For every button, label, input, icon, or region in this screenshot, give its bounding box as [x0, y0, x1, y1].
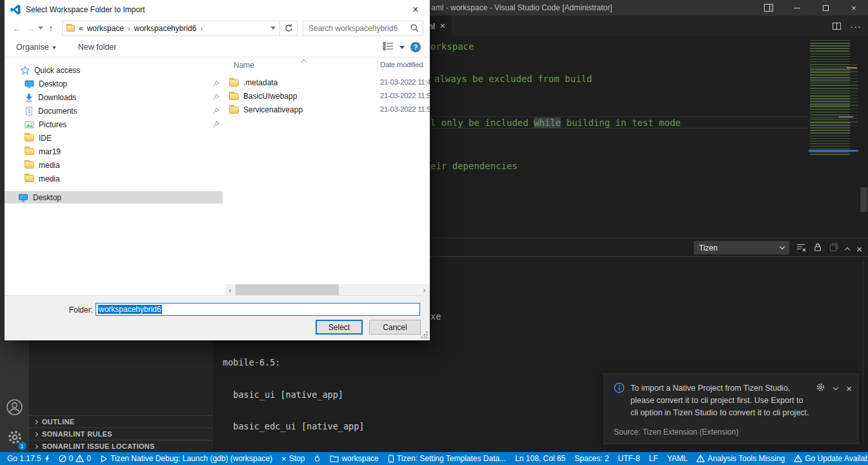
- clear-output-icon[interactable]: [796, 243, 806, 254]
- column-header-name[interactable]: Name: [234, 61, 254, 70]
- panel-action-icons: ×: [796, 243, 862, 254]
- sidebar-item-ide[interactable]: IDE: [5, 131, 223, 145]
- status-debug-config[interactable]: Tizen Native Debug: Launch (gdb) (worksp…: [96, 452, 277, 465]
- restore-button[interactable]: [811, 0, 840, 16]
- sidebar-item-desktop-selected[interactable]: Desktop: [5, 191, 223, 203]
- status-workspace[interactable]: workspace: [325, 452, 383, 465]
- dialog-close-button[interactable]: ×: [401, 0, 430, 19]
- back-icon[interactable]: ←: [10, 23, 24, 34]
- view-mode-icon[interactable]: [383, 41, 394, 53]
- warning-icon: [696, 455, 705, 462]
- sidebar-item-mar19[interactable]: mar19: [5, 145, 223, 158]
- sidebar-item-downloads[interactable]: Downloads: [5, 90, 223, 104]
- editor-scrollbar[interactable]: [860, 36, 868, 238]
- select-button[interactable]: Select: [316, 320, 363, 335]
- scroll-right-icon[interactable]: ›: [419, 284, 430, 295]
- maximize-panel-icon[interactable]: [845, 247, 850, 252]
- file-row-metadata[interactable]: .metadata 21-03-2022 11:4: [223, 76, 430, 90]
- breadcrumb-overflow[interactable]: «: [79, 24, 83, 33]
- caret-down-icon: [52, 46, 56, 51]
- scroll-left-icon[interactable]: ‹: [225, 284, 236, 295]
- help-button[interactable]: ?: [410, 42, 421, 52]
- sidebar-item-label: Quick access: [34, 66, 80, 75]
- tizen-task-label: Tizen: Setting Templates Data...: [397, 454, 506, 463]
- terminal-output[interactable]: mobile-6.5: basic_ui [native_app] basic_…: [223, 336, 375, 465]
- sidebar-item-label: media: [39, 174, 60, 183]
- refresh-button[interactable]: [280, 21, 298, 36]
- notification-gear-icon[interactable]: [816, 382, 825, 395]
- scrollbar-thumb[interactable]: [860, 187, 867, 212]
- search-box[interactable]: [303, 21, 423, 36]
- chevron-down-icon[interactable]: [833, 384, 838, 389]
- file-date: 21-03-2022 11:5: [380, 92, 430, 99]
- status-indentation[interactable]: Spaces: 2: [570, 452, 613, 465]
- address-dropdown-icon[interactable]: [270, 26, 276, 32]
- notification-close-icon[interactable]: ×: [846, 383, 852, 394]
- breadcrumb-workspace[interactable]: workspace: [87, 24, 124, 33]
- minimap[interactable]: [808, 40, 860, 160]
- sidebar-item-label: Documents: [38, 107, 77, 116]
- horizontal-scrollbar[interactable]: ‹ ›: [225, 284, 430, 295]
- status-encoding[interactable]: UTF-8: [614, 452, 645, 465]
- forward-icon[interactable]: →: [24, 23, 38, 34]
- status-stop-button[interactable]: × Stop: [277, 452, 309, 465]
- sidebar-item-desktop[interactable]: Desktop: [5, 77, 223, 90]
- status-problems[interactable]: 0 0: [54, 452, 96, 465]
- status-flame-item[interactable]: [309, 452, 325, 465]
- breadcrumb-workspacehybrid6[interactable]: workspacehybrid6: [134, 24, 197, 33]
- up-icon[interactable]: ↑: [43, 23, 59, 34]
- sidebar-item-quick-access[interactable]: Quick access: [5, 63, 223, 77]
- minimap-selection: [809, 150, 858, 152]
- panel-scrollbar[interactable]: [863, 259, 863, 444]
- organise-menu[interactable]: Organise: [16, 43, 56, 52]
- folder-icon: [66, 25, 75, 32]
- close-window-button[interactable]: ×: [840, 0, 868, 16]
- sidebar-item-pictures[interactable]: Pictures: [5, 118, 223, 131]
- section-sonarlint-rules[interactable]: SONARLINT RULES: [29, 428, 213, 440]
- more-actions-icon[interactable]: ···: [850, 21, 862, 32]
- status-go-update[interactable]: Go Update Available: [789, 452, 868, 465]
- cancel-button[interactable]: Cancel: [369, 320, 421, 335]
- lock-icon[interactable]: [813, 243, 822, 254]
- file-row-basicuiwebapp[interactable]: BasicUIwebapp 21-03-2022 11:5: [223, 90, 430, 103]
- sidebar-item-media-2[interactable]: media: [5, 172, 223, 185]
- section-sonarlint-issue-locations[interactable]: SONARLINT ISSUE LOCATIONS: [29, 440, 213, 452]
- file-row-servicenativeapp[interactable]: Servicenativeapp 21-03-2022 11:5: [223, 103, 430, 117]
- status-line-col[interactable]: Ln 108, Col 65: [510, 452, 570, 465]
- minimize-button[interactable]: [783, 0, 811, 16]
- split-editor-icon[interactable]: [833, 23, 841, 30]
- new-folder-button[interactable]: New folder: [78, 43, 117, 52]
- folder-input[interactable]: workspacehybrid6: [96, 303, 420, 316]
- device-icon: [388, 455, 394, 463]
- account-icon[interactable]: [6, 398, 23, 418]
- window-controls: ×: [754, 0, 868, 16]
- status-language[interactable]: YAML: [663, 452, 692, 465]
- status-eol[interactable]: LF: [645, 452, 663, 465]
- status-analysis-warning[interactable]: Analysis Tools Missing: [692, 452, 789, 465]
- column-header-date-modified[interactable]: Date modified: [380, 61, 423, 68]
- terminal-exe-fragment: xe: [430, 311, 441, 322]
- open-in-editor-icon[interactable]: [829, 243, 838, 254]
- chevron-right-separator: ›: [200, 25, 203, 32]
- scrollbar-thumb[interactable]: [236, 284, 339, 295]
- file-name: Servicenativeapp: [243, 105, 303, 114]
- settings-gear-icon[interactable]: 1: [6, 429, 23, 448]
- view-mode-caret-icon[interactable]: [399, 46, 405, 52]
- tab-close-icon[interactable]: ×: [440, 21, 445, 31]
- address-bar[interactable]: « workspace › workspacehybrid6 ›: [62, 21, 280, 36]
- resize-grip[interactable]: [421, 331, 428, 338]
- section-outline[interactable]: OUTLINE: [29, 415, 213, 428]
- output-channel-select[interactable]: Tizen: [694, 241, 789, 254]
- layout-icon[interactable]: [754, 0, 783, 16]
- status-tizen-task[interactable]: Tizen: Setting Templates Data...: [383, 452, 510, 465]
- dialog-navbar: ← → ↑ « workspace › workspacehybrid6 ›: [5, 19, 430, 37]
- sidebar-item-label: Desktop: [39, 79, 67, 88]
- recent-locations-icon[interactable]: [38, 26, 43, 32]
- scrollbar-track[interactable]: [236, 284, 419, 295]
- sidebar-item-documents[interactable]: Documents: [5, 104, 223, 118]
- status-go-version[interactable]: Go 1.17.5: [3, 452, 54, 465]
- sidebar-item-media-1[interactable]: media: [5, 158, 223, 172]
- close-panel-icon[interactable]: ×: [856, 244, 862, 254]
- search-input[interactable]: [307, 23, 410, 34]
- debug-config-label: Tizen Native Debug: Launch (gdb) (worksp…: [110, 454, 272, 463]
